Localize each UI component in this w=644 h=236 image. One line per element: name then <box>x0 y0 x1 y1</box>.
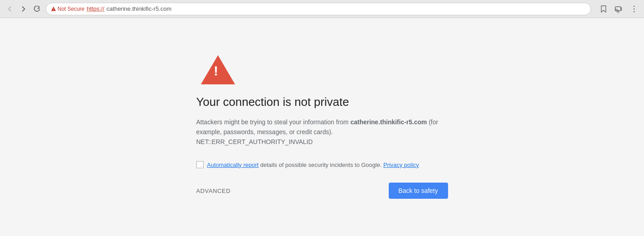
back-to-safety-button[interactable]: Back to safety <box>389 183 448 199</box>
bookmark-button[interactable] <box>598 4 609 14</box>
error-description: Attackers might be trying to steal your … <box>196 117 448 147</box>
toolbar-icons <box>598 4 640 14</box>
nav-buttons <box>4 4 42 14</box>
privacy-policy-link[interactable]: Privacy policy <box>383 162 419 168</box>
page-content: Your connection is not private Attackers… <box>0 18 644 236</box>
not-secure-label: Not Secure <box>58 6 84 12</box>
reload-button[interactable] <box>31 4 42 14</box>
browser-toolbar: ! Not Secure https://catherine.thinkific… <box>0 0 644 18</box>
cast-button[interactable] <box>613 4 624 14</box>
description-prefix: Attackers might be trying to steal your … <box>196 118 351 126</box>
security-warning: ! Not Secure <box>51 6 84 12</box>
warning-icon-container <box>201 55 235 86</box>
url-domain: catherine.thinkific-r5.com <box>107 5 172 12</box>
button-row: ADVANCED Back to safety <box>196 183 448 199</box>
menu-button[interactable] <box>629 4 640 14</box>
automatically-report-link[interactable]: Automatically report <box>207 162 259 168</box>
svg-point-3 <box>634 8 635 9</box>
report-label: Automatically report details of possible… <box>207 161 419 170</box>
warning-triangle-icon <box>201 55 235 84</box>
url-https: https:// <box>87 5 104 12</box>
error-container: Your connection is not private Attackers… <box>187 55 457 199</box>
back-button[interactable] <box>4 4 15 14</box>
forward-button[interactable] <box>18 4 29 14</box>
advanced-button[interactable]: ADVANCED <box>196 184 231 198</box>
error-code: NET::ERR_CERT_AUTHORITY_INVALID <box>196 138 313 145</box>
svg-text:!: ! <box>53 8 54 11</box>
security-warning-icon: ! <box>51 6 56 12</box>
error-heading: Your connection is not private <box>196 95 349 109</box>
svg-point-4 <box>634 11 635 12</box>
report-label-rest: details of possible security incidents t… <box>258 162 382 168</box>
address-bar[interactable]: ! Not Secure https://catherine.thinkific… <box>46 3 591 15</box>
report-checkbox-row: Automatically report details of possible… <box>196 161 419 170</box>
svg-point-2 <box>634 5 635 7</box>
report-checkbox[interactable] <box>196 161 204 168</box>
site-name: catherine.thinkific-r5.com <box>351 118 427 126</box>
